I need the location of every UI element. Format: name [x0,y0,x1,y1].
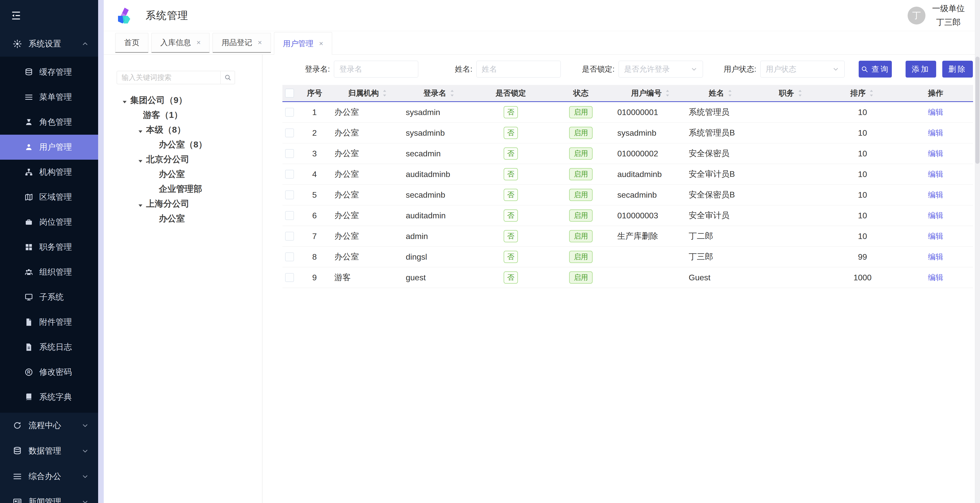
sidebar-section-label: 新闻管理 [29,497,61,503]
sidebar-item-职务管理[interactable]: 职务管理 [0,235,98,260]
column-header-职务[interactable]: 职务 [756,85,827,101]
column-header-姓名[interactable]: 姓名 [687,85,756,101]
tab-用户管理[interactable]: 用户管理× [274,32,332,55]
tab-close-icon[interactable]: × [258,38,262,47]
tab-入库信息[interactable]: 入库信息× [151,33,210,53]
edit-link[interactable]: 编辑 [928,231,943,241]
cell-status: 启用 [546,123,615,143]
sidebar-item-岗位管理[interactable]: 岗位管理 [0,210,98,235]
sidebar-item-子系统[interactable]: 子系统 [0,285,98,310]
sidebar-item-系统字典[interactable]: 系统字典 [0,385,98,410]
avatar[interactable]: 丁 [908,6,926,24]
tab-close-icon[interactable]: × [319,40,323,48]
tab-用品登记[interactable]: 用品登记× [213,33,270,53]
column-header-排序[interactable]: 排序 [827,85,898,101]
row-checkbox[interactable] [285,170,294,179]
tree-node-企业管理部[interactable]: 企业管理部 [104,182,262,196]
cell-text: 10 [858,108,867,117]
cell-name: 系统管理员B [687,123,756,143]
column-header-是否锁定[interactable]: 是否锁定 [475,85,546,101]
cell-sort: 1000 [827,267,898,288]
sidebar-item-角色管理[interactable]: 角色管理 [0,110,98,135]
查询-button[interactable]: 查询 [859,61,892,78]
sidebar-item-组织管理[interactable]: 组织管理 [0,260,98,285]
edit-link[interactable]: 编辑 [928,128,943,138]
删除-button[interactable]: 删除 [942,61,973,78]
sidebar-item-菜单管理[interactable]: 菜单管理 [0,85,98,110]
sidebar-section-系统设置[interactable]: 系统设置 [0,31,98,57]
user-info[interactable]: 丁 一级单位 丁三郎 [908,3,965,28]
tree-node-上海分公司[interactable]: 上海分公司 [104,196,262,211]
tree-node-label: 办公室 [159,213,185,224]
filter-select-用户状态[interactable]: 用户状态 [760,61,845,78]
filter-input-登录名 [334,61,418,78]
tree-node-办公室[interactable]: 办公室 [104,211,262,226]
select-all-checkbox[interactable] [285,89,294,97]
tab-bar: 首页入库信息×用品登记×用户管理× [104,31,975,54]
status-badge: 启用 [569,189,593,201]
sidebar-section-综合办公[interactable]: 综合办公 [0,464,98,489]
tree-node-北京分公司[interactable]: 北京分公司 [104,152,262,167]
column-header-登录名[interactable]: 登录名 [404,85,475,101]
tab-close-icon[interactable]: × [197,38,200,47]
page-scrollbar-thumb[interactable] [975,57,980,164]
添加-button[interactable]: 添加 [905,61,936,78]
sidebar-item-附件管理[interactable]: 附件管理 [0,310,98,335]
sidebar-section-label: 系统设置 [29,38,61,50]
row-checkbox[interactable] [285,232,294,241]
cell-duty [756,102,827,123]
sidebar-item-系统日志[interactable]: 系统日志 [0,335,98,360]
row-checkbox[interactable] [285,190,294,199]
row-checkbox[interactable] [285,211,294,220]
filter-label: 是否锁定: [582,64,614,75]
tab-首页[interactable]: 首页 [115,33,148,53]
column-header-序号[interactable]: 序号 [297,85,332,101]
sidebar-item-区域管理[interactable]: 区域管理 [0,185,98,210]
row-checkbox[interactable] [285,129,294,137]
row-checkbox[interactable] [285,149,294,158]
sidebar-item-修改密码[interactable]: R修改密码 [0,360,98,385]
cell-duty [756,267,827,288]
edit-link[interactable]: 编辑 [928,252,943,262]
sidebar-item-机构管理[interactable]: 机构管理 [0,160,98,185]
edit-link[interactable]: 编辑 [928,149,943,159]
edit-link[interactable]: 编辑 [928,169,943,180]
database-icon [24,68,33,77]
filter-input[interactable] [482,65,555,73]
cell-org: 办公室 [332,226,404,246]
column-header-用户编号[interactable]: 用户编号 [615,85,687,101]
tree-search-button[interactable] [221,71,235,84]
page-scrollbar[interactable] [975,0,980,503]
column-header-状态[interactable]: 状态 [546,85,615,101]
tree-search-input[interactable] [117,71,221,84]
edit-link[interactable]: 编辑 [928,190,943,200]
sidebar-section-流程中心[interactable]: 流程中心 [0,413,98,438]
sidebar-item-label: 机构管理 [39,166,72,178]
tree-node-本级（8）[interactable]: 本级（8） [104,123,262,137]
edit-link[interactable]: 编辑 [928,211,943,221]
tree-node-办公室（8）[interactable]: 办公室（8） [104,137,262,152]
sidebar-section-label: 综合办公 [29,471,61,482]
row-checkbox[interactable] [285,252,294,261]
row-checkbox[interactable] [285,273,294,282]
sidebar-section-数据管理[interactable]: 数据管理 [0,438,98,464]
column-header-操作[interactable]: 操作 [898,85,973,101]
column-header-归属机构[interactable]: 归属机构 [332,85,404,101]
sidebar-item-缓存管理[interactable]: 缓存管理 [0,60,98,85]
sidebar-submenu: 缓存管理菜单管理角色管理用户管理机构管理区域管理岗位管理职务管理组织管理子系统附… [0,57,98,413]
chevron-down-icon [690,65,698,73]
edit-link[interactable]: 编辑 [928,107,943,118]
sidebar-item-用户管理[interactable]: 用户管理 [0,135,98,160]
cell-action: 编辑 [898,247,973,267]
tree-node-集团公司（9）[interactable]: 集团公司（9） [104,93,262,108]
filter-input[interactable] [339,65,413,73]
sidebar-scrollbar[interactable] [98,0,104,503]
sidebar-section-新闻管理[interactable]: 新闻管理 [0,489,98,503]
filter-select-是否允许登录[interactable]: 是否允许登录 [619,61,703,78]
tree-node-游客（1）[interactable]: 游客（1） [104,108,262,123]
cell-sort: 10 [827,185,898,205]
row-checkbox[interactable] [285,108,294,117]
collapse-sidebar-icon[interactable] [10,10,22,21]
tree-node-办公室[interactable]: 办公室 [104,167,262,182]
edit-link[interactable]: 编辑 [928,272,943,283]
